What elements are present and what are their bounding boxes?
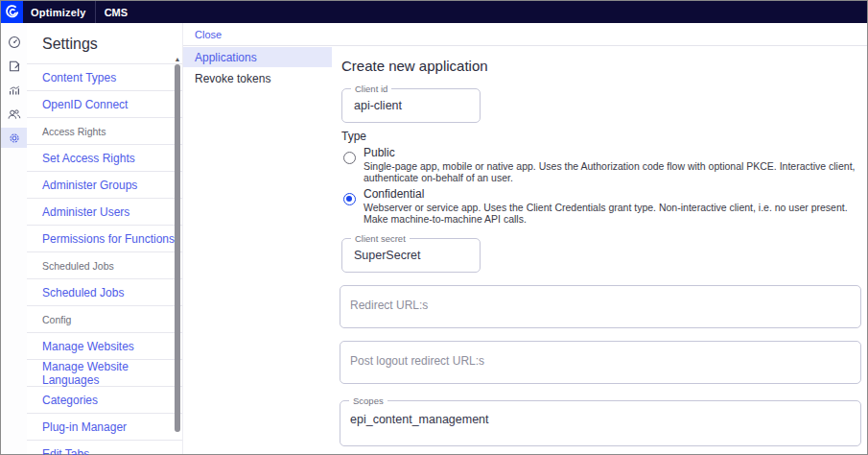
- close-link[interactable]: Close: [195, 29, 222, 40]
- client-secret-field[interactable]: Client secret SuperSecret: [341, 238, 481, 273]
- sidebar-title: Settings: [27, 23, 182, 64]
- client-id-value: api-client: [354, 99, 402, 112]
- redirect-urls-textarea[interactable]: Redirect URL:s: [340, 285, 861, 328]
- client-id-label: Client id: [351, 84, 391, 94]
- settings-sidebar: Settings Content Types OpenID Connect Ac…: [27, 23, 183, 454]
- sidebar-section-access-rights: Access Rights: [27, 118, 182, 145]
- confidential-radio[interactable]: [343, 193, 356, 205]
- app-window: Optimizely CMS: [0, 0, 868, 455]
- top-app-bar: Optimizely CMS: [1, 1, 867, 23]
- sidebar-item-administer-users[interactable]: Administer Users: [27, 199, 182, 226]
- sidebar-item-scheduled-jobs[interactable]: Scheduled Jobs: [27, 279, 182, 306]
- sidebar-scrollbar[interactable]: ▲: [174, 56, 181, 432]
- sidebar-item-openid-connect[interactable]: OpenID Connect: [27, 91, 182, 118]
- scrollbar-thumb[interactable]: [175, 64, 180, 432]
- sidebar-section-scheduled-jobs: Scheduled Jobs: [27, 252, 182, 279]
- radio-option-public: Public Single-page app, mobile or native…: [340, 146, 861, 183]
- sidebar-item-permissions-for-functions[interactable]: Permissions for Functions: [27, 226, 182, 252]
- page-title: Create new application: [340, 58, 861, 74]
- users-icon[interactable]: [1, 104, 27, 124]
- post-logout-redirect-urls-textarea[interactable]: Post logout redirect URL:s: [340, 341, 861, 384]
- redirect-urls-placeholder: Redirect URL:s: [350, 299, 428, 312]
- icon-rail: [1, 23, 27, 454]
- brand-name: Optimizely: [31, 7, 86, 18]
- scopes-label: Scopes: [349, 395, 387, 406]
- confidential-radio-label[interactable]: Confidential: [364, 187, 861, 201]
- sidebar-item-set-access-rights[interactable]: Set Access Rights: [27, 145, 182, 172]
- scrollbar-up-arrow[interactable]: ▲: [175, 56, 181, 64]
- radio-option-confidential: Confidential Webserver or service app. U…: [340, 187, 861, 225]
- public-radio-label[interactable]: Public: [364, 146, 861, 159]
- openid-panel: Applications Revoke tokens: [183, 46, 332, 454]
- client-secret-label: Client secret: [351, 233, 410, 244]
- topbar-divider: [95, 1, 96, 23]
- sidebar-section-config: Config: [27, 306, 182, 333]
- settings-gear-icon[interactable]: [1, 128, 27, 148]
- sidebar-item-plug-in-manager[interactable]: Plug-in Manager: [27, 414, 182, 441]
- scopes-field[interactable]: Scopes epi_content_management: [340, 400, 861, 446]
- reports-icon[interactable]: [1, 80, 27, 100]
- dashboard-icon[interactable]: [1, 32, 27, 52]
- close-bar: Close: [183, 23, 867, 46]
- sidebar-item-administer-groups[interactable]: Administer Groups: [27, 172, 182, 199]
- sidebar-item-content-types[interactable]: Content Types: [27, 64, 182, 91]
- client-id-field[interactable]: Client id api-client: [341, 88, 481, 123]
- post-logout-redirect-urls-placeholder: Post logout redirect URL:s: [350, 354, 484, 368]
- sidebar-item-categories[interactable]: Categories: [27, 387, 182, 414]
- edit-page-icon[interactable]: [1, 56, 27, 76]
- tab-applications[interactable]: Applications: [183, 47, 332, 67]
- client-secret-value: SuperSecret: [354, 249, 420, 262]
- product-name: CMS: [105, 7, 128, 18]
- public-radio[interactable]: [343, 152, 356, 164]
- sidebar-item-manage-websites[interactable]: Manage Websites: [27, 333, 182, 360]
- public-radio-description: Single-page app, mobile or native app. U…: [364, 160, 861, 183]
- confidential-radio-description: Webserver or service app. Uses the Clien…: [364, 202, 861, 225]
- create-application-form: Create new application Client id api-cli…: [332, 46, 867, 454]
- sidebar-item-edit-tabs[interactable]: Edit Tabs: [27, 441, 182, 455]
- tab-revoke-tokens[interactable]: Revoke tokens: [183, 68, 332, 88]
- type-label: Type: [341, 130, 861, 143]
- sidebar-item-manage-website-languages[interactable]: Manage Website Languages: [27, 360, 182, 387]
- optimizely-logo-icon[interactable]: [1, 1, 23, 23]
- scopes-value: epi_content_management: [350, 413, 489, 426]
